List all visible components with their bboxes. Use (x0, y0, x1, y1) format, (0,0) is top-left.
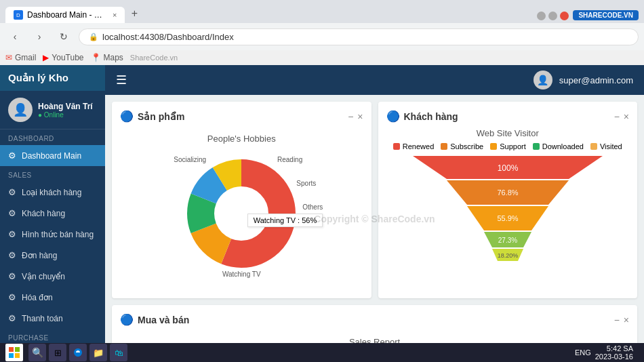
taskbar-time: 5:42 SA (607, 344, 633, 353)
window-restore[interactable] (548, 12, 557, 20)
gmail-icon: ✉ (5, 53, 12, 62)
widget-controls-khach-hang: − × (614, 111, 629, 122)
legend-dot-downloaded (533, 143, 540, 150)
taskbar-date: 2023-03-16 (595, 353, 633, 361)
khach-hang-minimize[interactable]: − (614, 111, 620, 122)
legend-downloaded: Downloaded (533, 142, 584, 150)
sidebar-item-label: Hóa đơn (22, 293, 53, 302)
funnel-legend: Renewed Subscribe Support (393, 142, 622, 150)
label-others: Others (302, 203, 323, 211)
svg-rect-19 (15, 353, 20, 358)
address-bar[interactable]: 🔒 localhost:44308/Dashboard/Index (79, 28, 639, 45)
edge-icon[interactable] (69, 344, 87, 361)
sidebar-item-label: Loại khách hàng (22, 188, 81, 197)
sidebar-item-hinh-thuc[interactable]: ⚙ Hình thức bán hàng (0, 224, 105, 245)
youtube-label: YouTube (52, 53, 83, 62)
taskbar-right: ENG 5:42 SA 2023-03-16 (575, 344, 639, 361)
tab-favicon: D (14, 10, 23, 20)
san-pham-widget: 🔵 Sản phẩm − × People's Hobbies (112, 102, 371, 298)
svg-rect-16 (9, 347, 14, 352)
khach-hang-widget: 🔵 Khách hàng − × Web Site Visitor (378, 102, 638, 298)
legend-renewed: Renewed (393, 142, 434, 150)
widget-title-san-pham: 🔵 Sản phẩm (120, 110, 184, 123)
youtube-icon: ▶ (43, 53, 49, 62)
new-tab-button[interactable]: + (125, 4, 144, 23)
username: Hoàng Văn Trí (38, 102, 93, 111)
hamburger-menu[interactable]: ☰ (116, 73, 127, 87)
van-chuyen-icon: ⚙ (8, 271, 16, 281)
taskbar-icons: 🔍 ⊞ 📁 🛍 (28, 344, 127, 361)
svg-text:27.3%: 27.3% (498, 237, 517, 244)
sidebar-item-label: Hình thức bán hàng (22, 230, 94, 239)
san-pham-close[interactable]: × (357, 111, 363, 122)
don-hang-icon: ⚙ (8, 250, 16, 260)
sidebar-item-don-hang[interactable]: ⚙ Đơn hàng (0, 245, 105, 266)
svg-text:100%: 100% (497, 163, 518, 173)
legend-subscribe: Subscribe (441, 142, 483, 150)
legend-label-renewed: Renewed (403, 142, 434, 150)
donut-tooltip: Watching TV : 56% (247, 214, 323, 227)
sidebar-item-van-chuyen[interactable]: ⚙ Vận chuyển (0, 266, 105, 287)
bookmarks-bar: ✉ Gmail ▶ YouTube 📍 Maps ShareCode.vn (0, 50, 644, 65)
legend-visited: Visited (590, 142, 622, 150)
funnel-chart-title: Web Site Visitor (477, 128, 539, 138)
avatar: 👤 (8, 98, 33, 122)
khach-hang-close[interactable]: × (624, 111, 629, 122)
refresh-button[interactable]: ↻ (54, 27, 73, 46)
browser-toolbar: ‹ › ↻ 🔒 localhost:44308/Dashboard/Index (0, 23, 644, 50)
tab-title: Dashboard Main - Quản lý kho (27, 10, 108, 20)
mua-va-ban-minimize[interactable]: − (614, 315, 620, 325)
loai-khach-hang-icon: ⚙ (8, 187, 16, 197)
legend-label-downloaded: Downloaded (542, 142, 584, 150)
back-button[interactable]: ‹ (5, 27, 24, 46)
sidebar-item-khach-hang[interactable]: ⚙ Khách hàng (0, 203, 105, 224)
top-navigation: ☰ 👤 super@admin.com (105, 65, 644, 95)
user-info: Hoàng Văn Trí ● Online (38, 102, 93, 119)
sidebar-user-section: 👤 Hoàng Văn Trí ● Online (0, 91, 105, 129)
widget-header-san-pham: 🔵 Sản phẩm − × (120, 110, 363, 123)
window-minimize[interactable] (537, 12, 546, 20)
store-icon[interactable]: 🛍 (110, 344, 127, 361)
svg-text:18.20%: 18.20% (497, 252, 518, 259)
task-view-icon[interactable]: ⊞ (49, 344, 66, 361)
browser-tab[interactable]: D Dashboard Main - Quản lý kho × (5, 7, 125, 23)
edge-logo (73, 347, 83, 358)
widget-title-khach-hang: 🔵 Khách hàng (386, 110, 458, 123)
donut-chart-area: Socializing Reading Sports Others Watchi… (160, 149, 323, 285)
legend-dot-support (490, 143, 497, 150)
sidebar-item-dashboard-main[interactable]: ⚙ Dashboard Main (0, 145, 105, 166)
hoa-don-icon: ⚙ (8, 292, 16, 302)
topnav-username: super@admin.com (559, 75, 633, 85)
window-close[interactable] (560, 12, 569, 20)
mua-va-ban-widget: 🔵 Mua và bán − × Sales Report ▐▌ (112, 305, 637, 343)
search-taskbar-icon[interactable]: 🔍 (28, 344, 46, 361)
main-content: Copyright © ShareCode.vn 🔵 Sản phẩm − (105, 95, 644, 343)
sidebar-item-thanh-toan[interactable]: ⚙ Thanh toán (0, 308, 105, 329)
mua-va-ban-close[interactable]: × (624, 315, 629, 325)
bookmark-maps[interactable]: 📍 Maps (91, 53, 123, 62)
sidebar: Quản lý Kho 👤 Hoàng Văn Trí ● Online DAS… (0, 65, 105, 343)
taskbar-lang: ENG (575, 348, 591, 357)
thanh-toan-icon: ⚙ (8, 313, 16, 323)
sidebar-header: Quản lý Kho (0, 65, 105, 91)
bookmark-gmail[interactable]: ✉ Gmail (5, 53, 36, 62)
widget-controls-san-pham: − × (348, 111, 363, 122)
san-pham-minimize[interactable]: − (348, 111, 353, 122)
sidebar-item-hoa-don[interactable]: ⚙ Hóa đơn (0, 287, 105, 308)
legend-label-visited: Visited (600, 142, 622, 150)
maps-icon: 📍 (91, 53, 101, 62)
hinh-thuc-icon: ⚙ (8, 229, 16, 239)
explorer-icon[interactable]: 📁 (89, 344, 107, 361)
forward-button[interactable]: › (30, 27, 49, 46)
address-lock-icon: 🔒 (89, 33, 98, 41)
svg-text:76.8%: 76.8% (497, 188, 518, 197)
gmail-label: Gmail (15, 53, 36, 62)
start-button[interactable] (5, 344, 23, 361)
legend-label-subscribe: Subscribe (450, 142, 483, 150)
funnel-chart-container: Web Site Visitor Renewed Subscribe (386, 128, 630, 271)
tab-close-button[interactable]: × (113, 11, 117, 19)
bookmark-youtube[interactable]: ▶ YouTube (43, 53, 83, 62)
sidebar-item-loai-khach-hang[interactable]: ⚙ Loại khách hàng (0, 182, 105, 203)
sales-chart-container: Sales Report ▐▌ Unit Sold ◇ Total Transa… (120, 331, 629, 343)
windows-logo (9, 347, 20, 358)
